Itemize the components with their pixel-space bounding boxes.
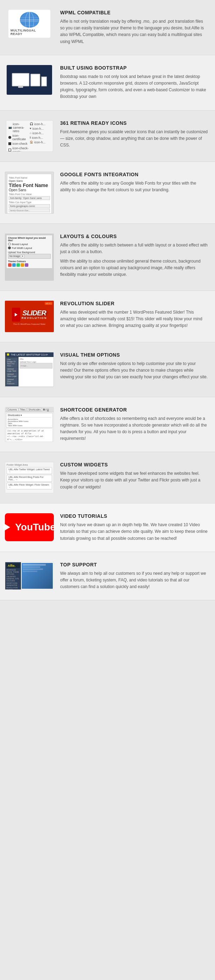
support-bar-3 [23,568,43,570]
layouts-body1: Alfie offers the ability to switch betwe… [60,242,208,255]
widgets-section: Footer Widget Area UBL Alfie Twitter Wid… [0,452,215,503]
flickr-widget: UBL Alfie Flickr Widget: Flickr Stream → [6,482,52,490]
certificate-icon [8,136,11,139]
shortcode-section: Columns Titles Shortcodes B I U Shortcod… [0,397,215,452]
desktop-screen-icon [12,73,29,86]
fonts-text: Google Fonts Integration Alfie offers th… [60,172,208,193]
shortcode-title: SHORTCODE GENERATOR [60,407,208,412]
support-body: We always aim to help all our customers … [60,570,208,590]
wpml-label: Multilingual Ready [11,29,48,36]
theme-colours-label: Theme Colours [8,260,51,262]
theme-options-body: Not only do we offer extensive options t… [60,361,208,381]
info-icon: ℹ [30,136,31,139]
theme-options-section: THE LATEST WHITSTRAP 3.3.4+ Use Image Or… [0,342,215,397]
wpml-globe-icon [20,12,39,28]
theme-options-image: THE LATEST WHITSTRAP 3.3.4+ Use Image Or… [5,352,54,387]
sidebar-colours: UNLIMITED GENERAL SITE COLOURS [6,576,20,582]
video-body: Not only have we drawn up an in depth he… [60,522,208,542]
mobile-screen-icon [41,76,47,86]
toolbar-format-b[interactable]: B [43,408,45,411]
support-sidebar: Alfie. ADVANCED VISUAL THEME OPTIONS UNL… [5,562,21,589]
toolbar-format-u[interactable]: U [47,408,49,411]
fonts-image: Titles Font Name Open Sans Titles Font N… [5,172,54,214]
blog-posts-widget: UBL Alfie Recent Blog Posts For Foo... → [6,475,52,482]
layouts-section: Choose Which layout you would like! Boxe… [0,224,215,291]
revolution-body: Alfie was developed with the number 1 Wo… [60,309,208,329]
toolbar-format-i[interactable]: I [46,408,46,411]
slider-preview: v2.2.1 SLIDER REVOLUTION The #1 WordPres… [5,301,54,332]
footer-widget-area-label: Footer Widget Area [6,464,52,466]
video-title: VIDEO TUTORIALS [60,513,208,519]
full-width-label: Full Width Layout [12,247,32,250]
wpml-title: WPML COMPATIBLE [60,10,208,15]
upload-field[interactable]: No Image ▾ [8,254,51,259]
twitter-widget: UBL Alfie Twitter Widget: Latest Tweet → [6,467,52,474]
fonts-title: Google Fonts Integration [60,172,208,177]
revolution-image: v2.2.1 SLIDER REVOLUTION The #1 WordPres… [5,301,54,332]
color-purple[interactable] [25,263,28,267]
support-preview: Alfie. ADVANCED VISUAL THEME OPTIONS UNL… [5,562,54,590]
theme-options-title: VISUAL THEM OPTIONS [60,352,208,358]
support-bar-1 [23,564,46,566]
fonts-body: Alfie offers the ability to use any Goog… [60,180,208,193]
widgets-body: We have developed some widgets that we f… [60,470,208,490]
revolution-text: REVOLUTION SLIDER Alfie was developed wi… [60,301,208,329]
shortcode-text: SHORTCODE GENERATOR Alfie offers a lot o… [60,407,208,442]
shortcode-image: Columns Titles Shortcodes B I U Shortcod… [5,407,54,442]
support-screenshot [22,563,53,589]
support-title: TOP SUPPORT [60,562,208,568]
color-orange[interactable] [21,263,24,267]
theme-logo-icon [7,353,9,356]
wpml-body: Alfie is not only translation ready by o… [60,18,208,45]
support-bar-4 [23,571,37,572]
shortcodes-dropdown[interactable]: Shortcodes ▾ Accordions Accordions With … [6,413,53,428]
slider-sub: The #1 WordPress Featured Slider [12,323,47,325]
support-text: TOP SUPPORT We always aim to help all ou… [60,562,208,590]
revolution-section: v2.2.1 SLIDER REVOLUTION The #1 WordPres… [0,291,215,342]
slider-revolution-text: SLIDER [22,309,47,317]
widgets-image: Footer Widget Area UBL Alfie Twitter Wid… [5,462,54,493]
theme-options-header-label: THE LATEST WHITSTRAP 3.3.4+ [11,353,48,356]
icons-title: 361 RETINA READY ICONS [60,120,208,126]
youtube-logo: YouTube [5,513,54,541]
sidebar-item-favicon: Upload Your Favicon [6,378,18,385]
columns-btn[interactable]: Columns [6,408,18,411]
color-red[interactable] [8,263,11,267]
wpml-logo: Multilingual Ready [8,10,50,38]
headphone-icon: 🎧 [30,123,33,126]
support-image: Alfie. ADVANCED VISUAL THEME OPTIONS UNL… [5,562,54,590]
icons-image: 📷icon-camera-retro icon-certificate icon… [5,120,54,152]
tablet-screen-icon [30,74,40,86]
sidebar-shortcode: SHORTCODE GENERATOR [6,582,20,586]
theme-sidebar: Use Image Or Text For Your... Upload Log… [5,357,19,387]
slider-content: SLIDER REVOLUTION The #1 WordPress Featu… [12,308,47,325]
shortcode-output: [sc-row at a-amaranties of at amaranties… [6,428,53,442]
color-blue[interactable] [12,263,16,267]
shortcodes-btn[interactable]: Shortcodes [27,408,41,411]
slider-version: v2.2.1 [45,302,53,305]
icons-text: 361 RETINA READY ICONS Font Awesome give… [60,120,208,149]
bootstrap-section: BUILT USING BOOTSTRAP Bootstrap was made… [0,55,215,110]
tabs-icons-option[interactable]: Tabs With Icons [8,425,51,426]
slider-icon [12,308,20,321]
sidebar-item-logo: Use Image Or Text For Your... [6,358,18,367]
house-icon: 🏠 [30,140,33,144]
wpml-image: Multilingual Ready [5,10,54,38]
bootstrap-image [5,65,54,95]
camera-icon: 📷 [8,126,12,129]
check-icon [8,142,11,145]
full-width-radio [8,247,11,249]
color-green[interactable] [16,263,20,267]
theme-options-text: VISUAL THEM OPTIONS Not only do we offer… [60,352,208,381]
wpml-text: WPML COMPATIBLE Alfie is not only transl… [60,10,208,45]
upload-bg-label: Upload Your Background [8,251,51,253]
theme-options-header: THE LATEST WHITSTRAP 3.3.4+ [5,352,54,357]
shortcode-toolbar: Columns Titles Shortcodes B I U [5,407,54,412]
boxed-radio [8,243,11,245]
no-image-select[interactable]: ▾ [21,255,24,258]
upload-logo-input[interactable]: image... [19,363,53,369]
layouts-image: Choose Which layout you would like! Boxe… [5,234,54,281]
titles-btn[interactable]: Titles [19,408,27,411]
slider-revolution-label: REVOLUTION [22,317,47,320]
field-logo-text: Alfie [19,358,53,360]
